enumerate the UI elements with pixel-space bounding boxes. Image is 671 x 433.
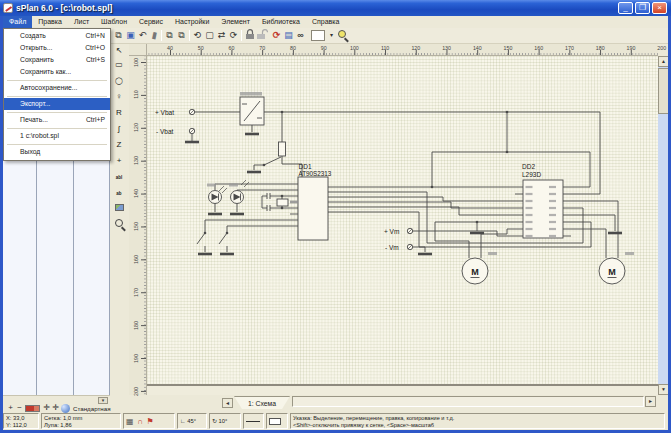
tab-scroll-left-button[interactable]: ◂ xyxy=(222,398,233,408)
ruler-number: 90 xyxy=(316,45,332,51)
library-3d-icon[interactable] xyxy=(61,404,70,413)
menubar-item[interactable]: Библиотека xyxy=(256,16,306,28)
menubar-item[interactable]: Элемент xyxy=(215,16,256,28)
horizontal-ruler: 4050607080901001101201301401501601701801… xyxy=(147,44,658,56)
ruler-number: 180 xyxy=(132,315,141,335)
ruler-number: 110 xyxy=(377,45,393,51)
toolbar-separator xyxy=(241,30,242,41)
grid-toggle-icon[interactable]: ▦ xyxy=(126,417,134,426)
vm-plus-label: + Vm xyxy=(384,228,399,235)
color-swatch[interactable] xyxy=(25,405,40,412)
ellipse-tool[interactable]: ◯ xyxy=(111,74,127,88)
toolbar-separator xyxy=(189,30,190,41)
pointer-tool[interactable]: ↖ xyxy=(111,44,127,58)
schematic-drawing[interactable]: + Vbat - Vbat + Vm - Vm DD1 AT90S2313 DD… xyxy=(147,56,658,395)
flag-icon[interactable]: ⚑ xyxy=(147,417,154,426)
vbat-minus-label: - Vbat xyxy=(156,128,174,135)
menubar-item[interactable]: Сервис xyxy=(133,16,169,28)
rotate-right-icon[interactable]: ⟳ xyxy=(227,29,240,42)
ruler-number: 170 xyxy=(132,282,141,302)
maximize-button[interactable]: ❐ xyxy=(635,2,650,14)
motor-left-label: M xyxy=(471,267,479,277)
dd2-part-label: L293D xyxy=(522,171,541,178)
magnifier-tool[interactable] xyxy=(111,218,127,232)
file-menu: СоздатьCtrl+NОткрыть...Ctrl+OСохранитьCt… xyxy=(3,28,111,161)
menu-separator xyxy=(4,126,110,130)
menubar-item[interactable]: Файл xyxy=(3,16,32,28)
menubar-item[interactable]: Шаблон xyxy=(95,16,133,28)
line-style-sample[interactable] xyxy=(246,421,260,422)
text-tool[interactable]: ab xyxy=(111,186,127,200)
ruler-number: 190 xyxy=(623,45,639,51)
horizontal-scrollbar[interactable] xyxy=(292,396,644,407)
dd2-ref-label: DD2 xyxy=(522,163,535,170)
menubar-item[interactable]: Правка xyxy=(32,16,68,28)
menu-separator xyxy=(4,78,110,82)
ruler-number: 80 xyxy=(285,45,301,51)
library-remove-button[interactable]: − xyxy=(15,404,24,413)
ruler-number: 160 xyxy=(132,249,141,269)
file-menu-item[interactable]: СохранитьCtrl+S xyxy=(4,54,110,66)
angle-value[interactable]: 45° xyxy=(187,418,196,424)
status-bar: X: 33,0 Y: 112,0 Сетка: 1,0 mm Лупа: 1,8… xyxy=(3,413,668,430)
node-tool[interactable]: + xyxy=(111,154,127,168)
menubar-item[interactable]: Справка xyxy=(306,16,345,28)
dd1-part-label: AT90S2313 xyxy=(299,170,332,177)
file-menu-item[interactable]: Автосохранение... xyxy=(4,82,110,94)
ruler-number: 130 xyxy=(132,151,141,171)
unlock-icon[interactable] xyxy=(255,29,268,42)
duplicate-icon[interactable]: ⧉ xyxy=(175,29,188,42)
bezier-tool[interactable]: ʃ xyxy=(111,122,127,136)
file-menu-item[interactable]: Экспорт... xyxy=(4,98,110,110)
library-scroll-button[interactable]: ▾ xyxy=(98,397,108,404)
special-shape-tool[interactable]: R xyxy=(111,106,127,120)
close-button[interactable]: × xyxy=(652,2,667,14)
toolbar-separator xyxy=(161,30,162,41)
ruler-number: 70 xyxy=(254,45,270,51)
zoom-mode-button[interactable] xyxy=(311,30,325,41)
menu-separator xyxy=(4,94,110,98)
file-menu-item[interactable]: 1 c:\robot.spl xyxy=(4,130,110,142)
file-menu-item[interactable]: Сохранить как... xyxy=(4,66,110,78)
title-bar[interactable]: sPlan 6.0 - [c:\robot.spl] _ ❐ × xyxy=(0,0,671,16)
text-block-tool[interactable]: abl xyxy=(111,170,127,184)
menubar-item[interactable]: Лист xyxy=(68,16,95,28)
ruler-number: 160 xyxy=(531,45,547,51)
ruler-number: 180 xyxy=(592,45,608,51)
file-menu-item[interactable]: Выход xyxy=(4,146,110,158)
snap-magnet-icon[interactable]: ∩ xyxy=(137,417,143,426)
polyline-tool[interactable]: Z xyxy=(111,138,127,152)
vertical-ruler: 100110120130140150160170180190200 xyxy=(129,56,147,395)
hint-line-2: <Shift>-отключить привязку к сетке, <Spa… xyxy=(293,422,662,429)
ruler-number: 140 xyxy=(132,184,141,204)
rectangle-tool[interactable]: ▭ xyxy=(111,58,127,72)
drawing-tools: ↖ ▭ ◯ ♀ R ʃ Z + abl ab xyxy=(110,44,129,395)
file-menu-item[interactable]: Открыть...Ctrl+O xyxy=(4,42,110,54)
rotate-step-value[interactable]: 10° xyxy=(218,418,227,424)
ruler-number: 150 xyxy=(500,45,516,51)
library-preset-name[interactable]: Стандартная xyxy=(73,405,111,412)
library-next-button[interactable]: ✛ xyxy=(51,404,60,413)
menubar-item[interactable]: Настройки xyxy=(169,16,215,28)
file-menu-item[interactable]: Печать...Ctrl+P xyxy=(4,114,110,126)
ruler-number: 170 xyxy=(561,45,577,51)
scroll-right-button[interactable]: ▸ xyxy=(645,396,656,407)
ruler-number: 100 xyxy=(132,52,141,72)
window-title: sPlan 6.0 - [c:\robot.spl] xyxy=(16,3,112,13)
ruler-number: 110 xyxy=(132,85,141,105)
pin-tool[interactable]: ♀ xyxy=(111,90,127,104)
image-tool[interactable] xyxy=(111,202,127,216)
fill-style-sample[interactable] xyxy=(269,418,281,425)
ruler-number: 40 xyxy=(162,45,178,51)
dd1-ref-label: DD1 xyxy=(299,163,312,170)
sheet-tab[interactable]: 1: Схема xyxy=(234,396,290,409)
eraser-icon[interactable]: ▮ xyxy=(147,28,162,43)
library-prev-button[interactable]: ✛ xyxy=(42,404,51,413)
zoom-tool-icon[interactable] xyxy=(335,29,348,42)
file-menu-item[interactable]: СоздатьCtrl+N xyxy=(4,30,110,42)
search-icon[interactable]: ∞ xyxy=(294,29,307,42)
app-icon xyxy=(3,3,13,13)
minimize-button[interactable]: _ xyxy=(618,2,633,14)
library-add-button[interactable]: + xyxy=(6,404,15,413)
motor-right-label: M xyxy=(608,267,616,277)
